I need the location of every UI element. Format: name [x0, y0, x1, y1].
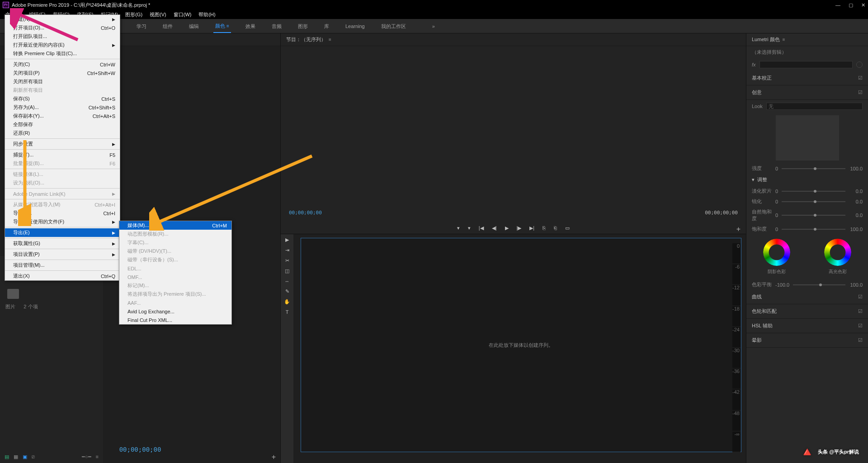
- watermark: 🔺头条 @平头pr解说: [799, 444, 859, 459]
- extract-icon[interactable]: ⎗: [554, 225, 557, 231]
- ws-tab-graphics[interactable]: 图形: [296, 20, 310, 33]
- ws-tab-libs[interactable]: 库: [322, 20, 331, 33]
- menu-help[interactable]: 帮助(H): [196, 10, 218, 19]
- timeline-drop-area[interactable]: 在此处放下媒体以创建序列。: [301, 238, 741, 452]
- export-frame-icon[interactable]: ▭: [565, 225, 570, 231]
- checkbox-icon[interactable]: ☑: [858, 323, 863, 329]
- section-curves[interactable]: 曲线: [752, 293, 762, 300]
- add-button-icon[interactable]: +: [736, 225, 741, 233]
- razor-tool-icon[interactable]: ◫: [285, 268, 289, 274]
- folder-icon[interactable]: [7, 289, 19, 299]
- checkbox-icon[interactable]: ☑: [858, 308, 863, 314]
- panel-menu-icon[interactable]: ≡: [783, 37, 785, 42]
- sharpen-slider[interactable]: [782, 201, 845, 202]
- mark-out-icon[interactable]: ▾: [468, 225, 471, 231]
- highlight-wheel[interactable]: [824, 239, 851, 266]
- menu-item[interactable]: 转换 Premiere Clip 项目(C)...: [5, 49, 120, 58]
- menu-view[interactable]: 视图(V): [147, 10, 169, 19]
- selection-tool-icon[interactable]: ▶: [285, 237, 289, 243]
- chevron-down-icon[interactable]: ▾: [752, 177, 755, 183]
- ws-tab-color[interactable]: 颜色 ≡: [213, 20, 231, 33]
- go-in-icon[interactable]: |◀: [479, 225, 484, 231]
- lift-icon[interactable]: ⎘: [542, 225, 546, 231]
- new-item-icon[interactable]: ≡: [96, 454, 99, 459]
- freeform-icon[interactable]: ▣: [23, 454, 27, 460]
- ripple-tool-icon[interactable]: ✂: [285, 258, 289, 264]
- hand-tool-icon[interactable]: ✋: [284, 299, 290, 305]
- balance-slider[interactable]: [793, 284, 845, 285]
- ws-overflow-icon[interactable]: »: [432, 24, 435, 29]
- submenu-item: 标记(M)...: [119, 281, 231, 290]
- preset-dropdown[interactable]: [760, 61, 853, 68]
- section-vignette[interactable]: 晕影: [752, 337, 762, 344]
- source-timecode: 00;00;00;00: [119, 446, 161, 453]
- checkbox-icon[interactable]: ☑: [858, 90, 863, 95]
- play-icon[interactable]: ▶: [505, 225, 509, 231]
- audio-meter: 0-6-12-18-24-30-36-42-48-∞: [732, 243, 741, 452]
- submenu-item: 动态图形模板(R)...: [119, 230, 231, 238]
- mark-in-icon[interactable]: ▾: [457, 225, 460, 231]
- section-wheelmatch[interactable]: 色轮和匹配: [752, 308, 777, 315]
- menu-window[interactable]: 窗口(W): [171, 10, 194, 19]
- menu-item[interactable]: 关闭项目(P)Ctrl+Shift+W: [5, 69, 120, 77]
- reset-icon[interactable]: [856, 61, 863, 68]
- add-button-icon[interactable]: +: [272, 453, 276, 461]
- program-tab[interactable]: 节目：（无序列）: [286, 36, 326, 43]
- look-dropdown[interactable]: 无: [766, 103, 863, 110]
- ws-tab-learning[interactable]: 学习: [135, 20, 148, 33]
- ws-tab-editing[interactable]: 编辑: [187, 20, 201, 33]
- menu-item[interactable]: 导出(E)▶: [5, 228, 120, 237]
- step-back-icon[interactable]: ◀|: [492, 225, 497, 231]
- svg-line-1: [15, 13, 78, 40]
- menu-item[interactable]: 另存为(A)...Ctrl+Shift+S: [5, 103, 120, 112]
- fade-slider[interactable]: [782, 191, 845, 192]
- lumetri-title[interactable]: Lumetri 颜色: [752, 36, 780, 43]
- menu-item[interactable]: 获取属性(G)▶: [5, 239, 120, 248]
- intensity-label: 强度: [752, 165, 772, 172]
- ws-tab-audio[interactable]: 音频: [270, 20, 283, 33]
- icon-view-icon[interactable]: ▦: [14, 454, 18, 460]
- section-basic[interactable]: 基本校正: [752, 75, 772, 81]
- minimize-button[interactable]: —: [835, 2, 840, 8]
- vibrance-slider[interactable]: [782, 215, 845, 216]
- app-logo: Pr: [3, 2, 9, 8]
- go-out-icon[interactable]: ▶|: [529, 225, 534, 231]
- menu-item[interactable]: 项目设置(P)▶: [5, 250, 120, 259]
- track-select-icon[interactable]: ⇥: [285, 247, 289, 253]
- shadow-wheel[interactable]: [763, 239, 790, 266]
- ws-tab-effects[interactable]: 效果: [244, 20, 257, 33]
- menu-item[interactable]: 保存副本(Y)...Ctrl+Alt+S: [5, 112, 120, 120]
- checkbox-icon[interactable]: ☑: [858, 75, 863, 81]
- ws-tab-learn-en[interactable]: Learning: [344, 21, 367, 32]
- saturation-slider[interactable]: [782, 229, 845, 230]
- checkbox-icon[interactable]: ☑: [858, 294, 863, 300]
- annotation-arrow-yellow-1: [18, 140, 36, 226]
- section-hsl[interactable]: HSL 辅助: [752, 322, 773, 329]
- intensity-slider[interactable]: [782, 168, 845, 169]
- panel-menu-icon[interactable]: ≡: [329, 37, 331, 42]
- section-creative[interactable]: 创意: [752, 89, 762, 96]
- maximize-button[interactable]: ▢: [849, 2, 853, 8]
- close-button[interactable]: ✕: [861, 2, 865, 8]
- submenu-item[interactable]: Avid Log Exchange...: [119, 307, 231, 316]
- slip-tool-icon[interactable]: ↔: [285, 279, 290, 284]
- menu-graphics[interactable]: 图形(G): [123, 10, 145, 19]
- menu-item[interactable]: 还原(R): [5, 129, 120, 137]
- menu-item[interactable]: 退出(X)Ctrl+Q: [5, 272, 120, 280]
- menu-item[interactable]: 关闭所有项目: [5, 77, 120, 86]
- zoom-slider[interactable]: ━○━: [82, 454, 91, 460]
- type-tool-icon[interactable]: T: [286, 309, 289, 315]
- menu-item[interactable]: 项目管理(M)...: [5, 261, 120, 269]
- checkbox-icon[interactable]: ☑: [858, 337, 863, 343]
- sort-icon[interactable]: ⎚: [32, 454, 35, 459]
- step-fwd-icon[interactable]: |▶: [517, 225, 522, 231]
- ws-tab-mine[interactable]: 我的工作区: [379, 20, 408, 33]
- pen-tool-icon[interactable]: ✎: [285, 288, 289, 294]
- submenu-item[interactable]: Final Cut Pro XML...: [119, 316, 231, 324]
- list-view-icon[interactable]: ▤: [5, 454, 9, 460]
- menu-item[interactable]: 全部保存: [5, 120, 120, 129]
- menu-item[interactable]: 关闭(C)Ctrl+W: [5, 60, 120, 69]
- ws-tab-assembly[interactable]: 组件: [161, 20, 175, 33]
- menu-item[interactable]: 保存(S)Ctrl+S: [5, 94, 120, 103]
- program-timecode-right: 00;00;00;00: [705, 210, 738, 216]
